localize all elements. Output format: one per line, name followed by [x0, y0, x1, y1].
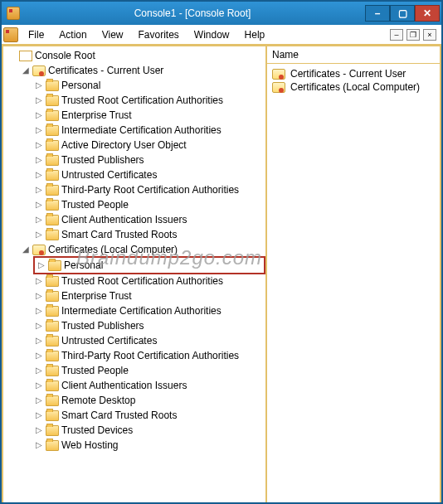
result-item[interactable]: Certificates (Local Computer) [272, 80, 435, 94]
child-close-button[interactable]: × [423, 29, 436, 41]
collapse-icon[interactable]: ◢ [21, 66, 30, 75]
app-icon [3, 27, 18, 42]
expand-icon[interactable]: ▷ [34, 322, 43, 331]
expand-icon[interactable]: ▷ [34, 441, 43, 450]
menu-favorites[interactable]: Favorites [132, 27, 186, 42]
minimize-button[interactable]: – [365, 5, 390, 22]
tree-folder[interactable]: ▷Untrusted Certificates [33, 167, 265, 182]
expand-icon[interactable]: ▷ [34, 351, 43, 361]
tree-folder-label: Remote Desktop [61, 393, 135, 408]
menu-help[interactable]: Help [238, 27, 272, 42]
maximize-button[interactable]: ▢ [390, 5, 415, 22]
result-item-label: Certificates - Current User [290, 68, 406, 80]
expand-icon[interactable]: ▷ [34, 96, 43, 105]
tree-folder-label: Personal [61, 78, 100, 93]
expand-icon[interactable]: ▷ [34, 81, 43, 90]
close-button[interactable]: ✕ [415, 5, 440, 22]
tree-folder[interactable]: ▷Trusted Publishers [33, 318, 265, 333]
expand-icon[interactable]: ▷ [34, 366, 43, 376]
expand-icon[interactable]: ▷ [34, 156, 43, 165]
tree-folder-label: Third-Party Root Certification Authoriti… [61, 348, 239, 363]
tree-folder-label: Intermediate Certification Authorities [61, 123, 222, 138]
certificate-snapin-icon [32, 245, 46, 255]
tree-folder[interactable]: ▷Enterprise Trust [33, 108, 265, 123]
folder-icon [46, 276, 59, 287]
column-header-name[interactable]: Name [267, 46, 440, 64]
tree-snapin[interactable]: ◢Certificates - Current User [20, 63, 265, 78]
tree-folder[interactable]: ▷Smart Card Trusted Roots [33, 227, 265, 242]
expand-icon[interactable]: ▷ [34, 337, 43, 346]
folder-icon [46, 110, 59, 121]
tree-folder[interactable]: ▷Remote Desktop [33, 393, 265, 408]
expand-icon[interactable]: ▷ [34, 216, 43, 225]
expand-icon[interactable]: ▷ [34, 307, 43, 316]
expand-icon[interactable]: ▷ [34, 396, 43, 405]
tree-folder[interactable]: ▷Third-Party Root Certification Authorit… [33, 182, 265, 197]
folder-icon [46, 366, 59, 376]
tree-folder[interactable]: ▷Trusted People [33, 363, 265, 378]
tree-folder[interactable]: ▷Third-Party Root Certification Authorit… [33, 348, 265, 363]
tree-folder-label: Trusted Publishers [61, 318, 144, 333]
tree-folder[interactable]: ▷Trusted Publishers [33, 153, 265, 167]
menu-action[interactable]: Action [52, 27, 93, 42]
certificate-snapin-icon [272, 69, 285, 80]
tree-snapin-label: Certificates - Current User [48, 63, 163, 78]
tree-folder-label: Active Directory User Object [61, 138, 187, 153]
expand-icon[interactable]: ▷ [34, 126, 43, 135]
scope-pane[interactable]: ▸ Console Root ◢Certificates - Current U… [2, 46, 267, 502]
tree-root[interactable]: ▸ Console Root [7, 48, 265, 63]
tree-folder[interactable]: ▷Active Directory User Object [33, 138, 265, 153]
expand-icon[interactable]: ▷ [34, 277, 43, 286]
tree-folder[interactable]: ▷Personal [33, 256, 265, 274]
folder-icon [46, 155, 59, 166]
tree-folder[interactable]: ▷Smart Card Trusted Roots [33, 408, 265, 423]
tree-folder[interactable]: ▷Intermediate Certification Authorities [33, 303, 265, 318]
menu-window[interactable]: Window [187, 27, 236, 42]
result-item[interactable]: Certificates - Current User [272, 67, 435, 80]
tree-folder[interactable]: ▷Trusted Devices [33, 423, 265, 438]
tree-folder[interactable]: ▷Client Authentication Issuers [33, 378, 265, 393]
menu-file[interactable]: File [22, 27, 51, 42]
expand-icon[interactable]: ▷ [37, 261, 46, 270]
expand-icon[interactable]: ▷ [34, 141, 43, 150]
tree-folder[interactable]: ▷Untrusted Certificates [33, 333, 265, 348]
tree-folder-label: Trusted Publishers [61, 153, 144, 167]
folder-icon [46, 410, 59, 421]
expand-icon[interactable]: ▷ [34, 230, 43, 240]
folder-icon [46, 336, 59, 346]
tree-snapin[interactable]: ◢Certificates (Local Computer) [20, 242, 265, 257]
collapse-icon[interactable]: ◢ [21, 245, 30, 254]
mmc-icon [7, 7, 20, 20]
tree-folder-label: Untrusted Certificates [61, 333, 157, 348]
expand-icon[interactable]: ▷ [34, 111, 43, 120]
expand-icon[interactable]: ▷ [34, 292, 43, 301]
tree-folder-label: Untrusted Certificates [61, 167, 157, 182]
certificate-snapin-icon [272, 82, 285, 93]
child-restore-button[interactable]: ❐ [406, 29, 420, 41]
expand-icon[interactable]: ▷ [34, 411, 43, 420]
tree-folder[interactable]: ▷Trusted Root Certification Authorities [33, 93, 265, 108]
tree-folder-label: Enterprise Trust [61, 108, 132, 123]
tree-folder[interactable]: ▷Personal [33, 78, 265, 93]
tree-folder[interactable]: ▷Enterprise Trust [33, 288, 265, 303]
tree-folder[interactable]: ▷Trusted Root Certification Authorities [33, 274, 265, 288]
tree-folder-label: Trusted People [61, 363, 129, 378]
child-minimize-button[interactable]: – [390, 29, 403, 41]
folder-icon [46, 425, 59, 436]
tree-folder[interactable]: ▷Web Hosting [33, 438, 265, 453]
expand-icon[interactable]: ▷ [34, 186, 43, 195]
folder-icon [46, 80, 59, 91]
tree-folder[interactable]: ▷Intermediate Certification Authorities [33, 123, 265, 138]
result-list: Certificates - Current UserCertificates … [267, 64, 440, 97]
tree-folder[interactable]: ▷Client Authentication Issuers [33, 212, 265, 227]
expand-icon[interactable]: ▷ [34, 426, 43, 435]
tree-folder-label: Smart Card Trusted Roots [61, 408, 177, 423]
menu-view[interactable]: View [95, 27, 130, 42]
folder-icon [46, 230, 59, 240]
tree-folder[interactable]: ▷Trusted People [33, 197, 265, 212]
expand-icon[interactable]: ▷ [34, 171, 43, 180]
expand-icon[interactable]: ▷ [34, 201, 43, 210]
tree-folder-label: Third-Party Root Certification Authoriti… [61, 182, 239, 197]
expand-icon[interactable]: ▷ [34, 381, 43, 390]
tree: ▸ Console Root ◢Certificates - Current U… [5, 48, 265, 453]
